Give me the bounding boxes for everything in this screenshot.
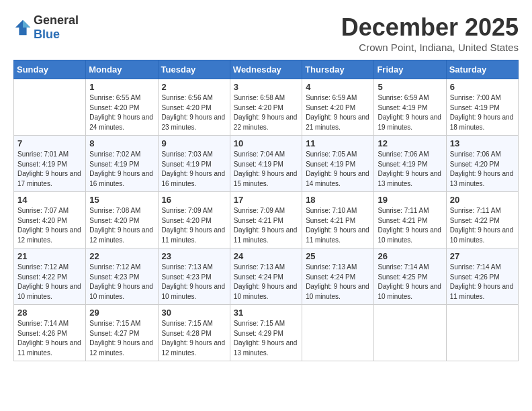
title-block: December 2025 Crown Point, Indiana, Unit… xyxy=(341,13,519,53)
day-number: 21 xyxy=(17,251,82,261)
day-number: 28 xyxy=(17,308,82,318)
calendar-cell: 7Sunrise: 7:01 AMSunset: 4:19 PMDaylight… xyxy=(14,136,86,192)
calendar-cell: 25Sunrise: 7:13 AMSunset: 4:24 PMDayligh… xyxy=(302,248,374,305)
calendar-cell: 16Sunrise: 7:09 AMSunset: 4:20 PMDayligh… xyxy=(158,192,230,248)
calendar-cell: 13Sunrise: 7:06 AMSunset: 4:20 PMDayligh… xyxy=(446,136,518,192)
day-info: Sunrise: 7:00 AMSunset: 4:19 PMDaylight:… xyxy=(450,93,515,132)
calendar-week-5: 28Sunrise: 7:14 AMSunset: 4:26 PMDayligh… xyxy=(14,305,519,361)
day-info: Sunrise: 7:14 AMSunset: 4:25 PMDaylight:… xyxy=(378,263,442,302)
logo-blue-text: Blue xyxy=(34,28,60,41)
day-info: Sunrise: 7:13 AMSunset: 4:24 PMDaylight:… xyxy=(306,263,370,302)
calendar-cell: 5Sunrise: 6:59 AMSunset: 4:19 PMDaylight… xyxy=(374,79,446,136)
day-number: 27 xyxy=(450,251,515,261)
page-header: General Blue December 2025 Crown Point, … xyxy=(13,13,519,53)
calendar-cell: 12Sunrise: 7:06 AMSunset: 4:19 PMDayligh… xyxy=(374,136,446,192)
calendar-cell: 23Sunrise: 7:13 AMSunset: 4:23 PMDayligh… xyxy=(158,248,230,305)
day-info: Sunrise: 7:15 AMSunset: 4:28 PMDaylight:… xyxy=(162,319,226,358)
day-info: Sunrise: 7:15 AMSunset: 4:27 PMDaylight:… xyxy=(89,319,154,358)
day-info: Sunrise: 7:02 AMSunset: 4:19 PMDaylight:… xyxy=(89,150,154,189)
day-info: Sunrise: 7:01 AMSunset: 4:19 PMDaylight:… xyxy=(17,150,82,189)
calendar-cell: 28Sunrise: 7:14 AMSunset: 4:26 PMDayligh… xyxy=(14,305,86,361)
day-info: Sunrise: 6:59 AMSunset: 4:19 PMDaylight:… xyxy=(378,93,442,132)
day-number: 10 xyxy=(234,138,298,148)
weekday-header-friday: Friday xyxy=(374,60,446,79)
day-info: Sunrise: 7:12 AMSunset: 4:22 PMDaylight:… xyxy=(17,263,82,302)
calendar-cell: 6Sunrise: 7:00 AMSunset: 4:19 PMDaylight… xyxy=(446,79,518,136)
weekday-header-saturday: Saturday xyxy=(446,60,518,79)
calendar-cell: 9Sunrise: 7:03 AMSunset: 4:19 PMDaylight… xyxy=(158,136,230,192)
weekday-header-tuesday: Tuesday xyxy=(158,60,230,79)
day-number: 25 xyxy=(306,251,370,261)
day-info: Sunrise: 7:03 AMSunset: 4:19 PMDaylight:… xyxy=(162,150,226,189)
calendar-cell: 26Sunrise: 7:14 AMSunset: 4:25 PMDayligh… xyxy=(374,248,446,305)
day-number: 15 xyxy=(89,195,154,205)
calendar-week-3: 14Sunrise: 7:07 AMSunset: 4:20 PMDayligh… xyxy=(14,192,519,248)
day-number: 2 xyxy=(162,82,226,92)
calendar-cell: 24Sunrise: 7:13 AMSunset: 4:24 PMDayligh… xyxy=(230,248,302,305)
day-number: 18 xyxy=(306,195,370,205)
day-number: 29 xyxy=(89,308,154,318)
day-info: Sunrise: 7:06 AMSunset: 4:19 PMDaylight:… xyxy=(378,150,442,189)
calendar-cell: 14Sunrise: 7:07 AMSunset: 4:20 PMDayligh… xyxy=(14,192,86,248)
calendar-cell: 15Sunrise: 7:08 AMSunset: 4:20 PMDayligh… xyxy=(86,192,158,248)
day-info: Sunrise: 6:55 AMSunset: 4:20 PMDaylight:… xyxy=(89,93,154,132)
calendar-cell xyxy=(14,79,86,136)
day-number: 13 xyxy=(450,138,515,148)
day-number: 17 xyxy=(234,195,298,205)
day-number: 26 xyxy=(378,251,442,261)
day-number: 4 xyxy=(306,82,370,92)
day-info: Sunrise: 6:58 AMSunset: 4:20 PMDaylight:… xyxy=(234,93,298,132)
day-number: 3 xyxy=(234,82,298,92)
calendar-cell: 22Sunrise: 7:12 AMSunset: 4:23 PMDayligh… xyxy=(86,248,158,305)
calendar-week-1: 1Sunrise: 6:55 AMSunset: 4:20 PMDaylight… xyxy=(14,79,519,136)
day-number: 24 xyxy=(234,251,298,261)
day-number: 20 xyxy=(450,195,515,205)
day-number: 23 xyxy=(162,251,226,261)
calendar-cell: 4Sunrise: 6:59 AMSunset: 4:20 PMDaylight… xyxy=(302,79,374,136)
weekday-header-monday: Monday xyxy=(86,60,158,79)
day-info: Sunrise: 6:56 AMSunset: 4:20 PMDaylight:… xyxy=(162,93,226,132)
day-number: 8 xyxy=(89,138,154,148)
calendar-cell: 10Sunrise: 7:04 AMSunset: 4:19 PMDayligh… xyxy=(230,136,302,192)
weekday-header-thursday: Thursday xyxy=(302,60,374,79)
logo: General Blue xyxy=(13,13,79,42)
day-info: Sunrise: 7:13 AMSunset: 4:24 PMDaylight:… xyxy=(234,263,298,302)
day-info: Sunrise: 7:05 AMSunset: 4:19 PMDaylight:… xyxy=(306,150,370,189)
day-number: 14 xyxy=(17,195,82,205)
day-info: Sunrise: 7:11 AMSunset: 4:22 PMDaylight:… xyxy=(450,206,515,245)
calendar-cell: 30Sunrise: 7:15 AMSunset: 4:28 PMDayligh… xyxy=(158,305,230,361)
calendar-table: SundayMondayTuesdayWednesdayThursdayFrid… xyxy=(13,60,519,361)
day-number: 31 xyxy=(234,308,298,318)
calendar-week-4: 21Sunrise: 7:12 AMSunset: 4:22 PMDayligh… xyxy=(14,248,519,305)
month-title: December 2025 xyxy=(341,13,519,42)
calendar-cell: 2Sunrise: 6:56 AMSunset: 4:20 PMDaylight… xyxy=(158,79,230,136)
day-info: Sunrise: 7:09 AMSunset: 4:20 PMDaylight:… xyxy=(162,206,226,245)
day-number: 22 xyxy=(89,251,154,261)
day-info: Sunrise: 7:10 AMSunset: 4:21 PMDaylight:… xyxy=(306,206,370,245)
calendar-cell: 31Sunrise: 7:15 AMSunset: 4:29 PMDayligh… xyxy=(230,305,302,361)
calendar-cell: 27Sunrise: 7:14 AMSunset: 4:26 PMDayligh… xyxy=(446,248,518,305)
weekday-header-sunday: Sunday xyxy=(14,60,86,79)
calendar-cell: 18Sunrise: 7:10 AMSunset: 4:21 PMDayligh… xyxy=(302,192,374,248)
calendar-cell xyxy=(302,305,374,361)
day-info: Sunrise: 7:12 AMSunset: 4:23 PMDaylight:… xyxy=(89,263,154,302)
calendar-cell: 17Sunrise: 7:09 AMSunset: 4:21 PMDayligh… xyxy=(230,192,302,248)
day-number: 6 xyxy=(450,82,515,92)
day-info: Sunrise: 7:14 AMSunset: 4:26 PMDaylight:… xyxy=(17,319,82,358)
day-number: 19 xyxy=(378,195,442,205)
day-info: Sunrise: 7:07 AMSunset: 4:20 PMDaylight:… xyxy=(17,206,82,245)
day-info: Sunrise: 7:14 AMSunset: 4:26 PMDaylight:… xyxy=(450,263,515,302)
day-number: 1 xyxy=(89,82,154,92)
day-number: 12 xyxy=(378,138,442,148)
svg-marker-2 xyxy=(23,20,30,28)
calendar-cell: 19Sunrise: 7:11 AMSunset: 4:21 PMDayligh… xyxy=(374,192,446,248)
day-number: 7 xyxy=(17,138,82,148)
day-number: 9 xyxy=(162,138,226,148)
calendar-cell: 20Sunrise: 7:11 AMSunset: 4:22 PMDayligh… xyxy=(446,192,518,248)
day-info: Sunrise: 7:11 AMSunset: 4:21 PMDaylight:… xyxy=(378,206,442,245)
location-subtitle: Crown Point, Indiana, United States xyxy=(341,42,519,53)
calendar-cell: 11Sunrise: 7:05 AMSunset: 4:19 PMDayligh… xyxy=(302,136,374,192)
day-info: Sunrise: 7:15 AMSunset: 4:29 PMDaylight:… xyxy=(234,319,298,358)
calendar-cell: 3Sunrise: 6:58 AMSunset: 4:20 PMDaylight… xyxy=(230,79,302,136)
weekday-header-wednesday: Wednesday xyxy=(230,60,302,79)
